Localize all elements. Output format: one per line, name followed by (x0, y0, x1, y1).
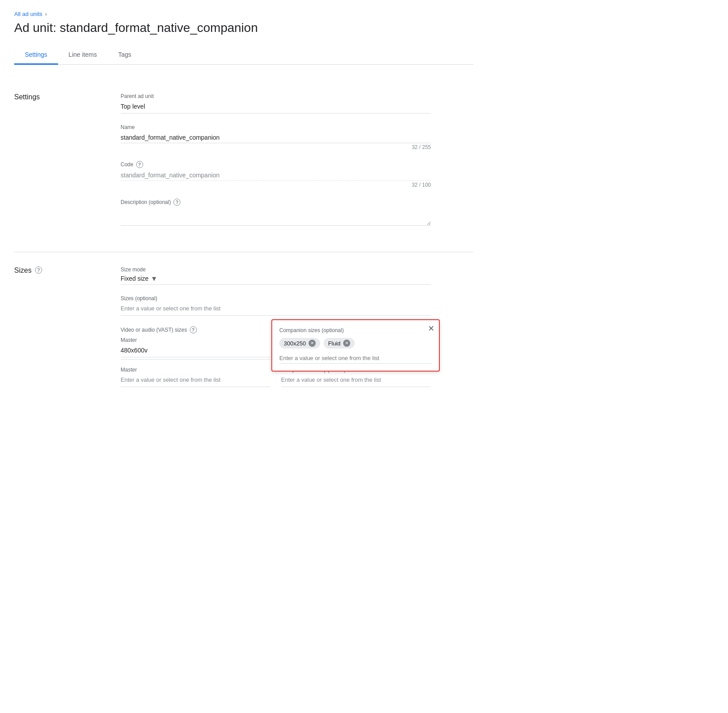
master2-input[interactable]: Enter a value or select one from the lis… (121, 375, 270, 387)
master-value: 480x600v (121, 345, 270, 357)
parent-ad-unit-value: Top level (121, 101, 431, 114)
tab-settings[interactable]: Settings (14, 46, 58, 65)
sizes-section-content: Size mode Fixed size ▾ Sizes (optional) … (121, 266, 431, 398)
sizes-section-label: Sizes ? (14, 266, 103, 398)
vast-group: Video or audio (VAST) sizes ? Master 480… (121, 326, 431, 387)
name-input[interactable] (121, 132, 431, 143)
breadcrumb-link[interactable]: All ad units (14, 11, 43, 17)
page-title: Ad unit: standard_format_native_companio… (14, 21, 474, 35)
sizes-help-icon[interactable]: ? (35, 266, 42, 274)
sizes-optional-input[interactable]: Enter a value or select one from the lis… (121, 303, 431, 316)
companion-popup: Companion sizes (optional) 300x250 ✕ Flu… (271, 319, 440, 372)
code-group: Code ? 32 / 100 (121, 161, 431, 188)
master-companion-row: Master 480x600v Companion sizes (optiona… (121, 337, 431, 360)
sizes-section: Sizes ? Size mode Fixed size ▾ Sizes (op… (14, 252, 474, 412)
code-label: Code ? (121, 161, 431, 168)
sizes-optional-group: Sizes (optional) Enter a value or select… (121, 295, 431, 316)
companion-popup-close[interactable]: ✕ (428, 325, 434, 333)
breadcrumb: All ad units › (14, 11, 474, 17)
master2-field: Master Enter a value or select one from … (121, 367, 270, 387)
master2-label: Master (121, 367, 270, 373)
chip-fluid-label: Fluid (328, 340, 341, 347)
tab-tags[interactable]: Tags (107, 46, 142, 65)
chip-fluid-remove[interactable]: ✕ (343, 340, 350, 347)
size-mode-label: Size mode (121, 266, 431, 273)
tab-line-items[interactable]: Line items (58, 46, 108, 65)
master-label: Master (121, 337, 270, 343)
settings-section: Settings Parent ad unit Top level Name 3… (14, 79, 474, 252)
name-group: Name 32 / 255 (121, 124, 431, 150)
name-label: Name (121, 124, 431, 130)
companion2-input[interactable]: Enter a value or select one from the lis… (281, 375, 431, 387)
chip-300x250: 300x250 ✕ (279, 338, 320, 349)
sizes-optional-label: Sizes (optional) (121, 295, 431, 302)
description-help-icon[interactable]: ? (173, 199, 180, 206)
settings-section-content: Parent ad unit Top level Name 32 / 255 C… (121, 93, 431, 238)
code-help-icon[interactable]: ? (136, 161, 143, 168)
chip-fluid: Fluid ✕ (324, 338, 355, 349)
dropdown-arrow-icon: ▾ (152, 274, 156, 282)
description-group: Description (optional) ? (121, 199, 431, 227)
name-counter: 32 / 255 (121, 144, 431, 150)
chip-300x250-remove[interactable]: ✕ (309, 340, 316, 347)
size-mode-group: Size mode Fixed size ▾ (121, 266, 431, 285)
size-mode-dropdown[interactable]: Fixed size ▾ (121, 274, 431, 285)
master-field: Master 480x600v (121, 337, 270, 360)
description-input[interactable] (121, 208, 431, 226)
settings-section-label: Settings (14, 93, 103, 238)
description-label: Description (optional) ? (121, 199, 431, 206)
vast-help-icon[interactable]: ? (190, 326, 197, 333)
breadcrumb-chevron-icon: › (45, 11, 47, 17)
parent-ad-unit-group: Parent ad unit Top level (121, 93, 431, 114)
tabs-row: Settings Line items Tags (14, 46, 474, 65)
parent-ad-unit-label: Parent ad unit (121, 93, 431, 99)
size-mode-value: Fixed size (121, 275, 149, 282)
companion-input[interactable] (279, 353, 432, 364)
chips-row: 300x250 ✕ Fluid ✕ (279, 338, 432, 349)
chip-300x250-label: 300x250 (284, 340, 306, 347)
code-counter: 32 / 100 (121, 182, 431, 188)
code-input[interactable] (121, 170, 431, 181)
companion-popup-title: Companion sizes (optional) (279, 327, 432, 333)
